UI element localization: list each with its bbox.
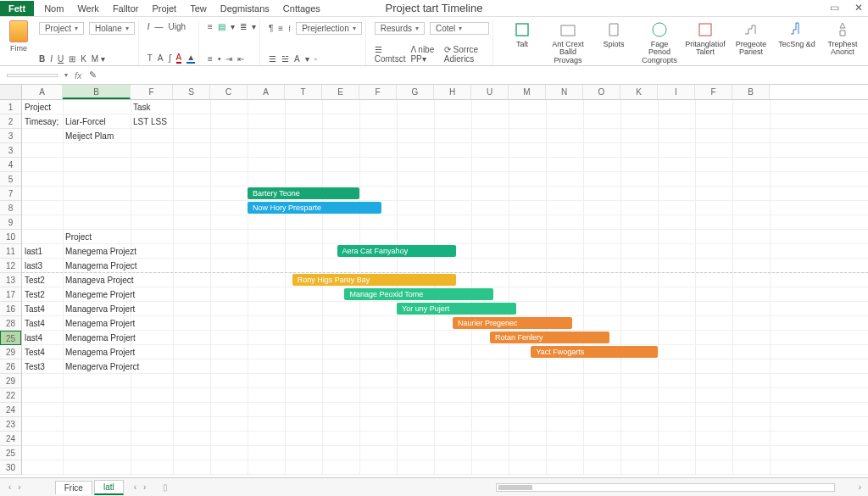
row-header[interactable]: 1 [0, 100, 21, 114]
col-header[interactable]: I [658, 85, 695, 99]
tab-prev-icon[interactable]: ‹ [134, 482, 136, 492]
ribbon-btn-3[interactable]: Fage Penod Congropts [639, 20, 680, 65]
cell[interactable]: Manageva Project [63, 273, 156, 287]
select-all-corner[interactable] [0, 85, 22, 99]
row1-icon[interactable]: ☰ [269, 54, 276, 64]
horizontal-scrollbar[interactable] [496, 483, 835, 492]
cell[interactable]: Manegema Projezt [63, 244, 156, 259]
sigma-icon[interactable]: ʃ [169, 53, 171, 63]
row-header[interactable]: 12 [0, 259, 21, 273]
menu-degmistans[interactable]: Degmistans [220, 3, 270, 14]
name-box[interactable] [7, 74, 58, 77]
fx-icon[interactable]: fx [75, 70, 82, 81]
gantt-bar[interactable]: Rony Higs Parey Bay [292, 274, 457, 286]
font-color-icon[interactable]: A [176, 53, 182, 64]
row-header[interactable]: 30 [0, 460, 21, 475]
row4-icon[interactable]: ◦ [314, 54, 318, 64]
row-header[interactable]: 24 [0, 432, 21, 446]
row-header[interactable]: 11 [0, 244, 21, 259]
border-icon[interactable]: ⊞ [69, 54, 75, 64]
strike-icon[interactable]: K [81, 54, 86, 64]
col-header[interactable]: O [583, 85, 620, 99]
row2-icon[interactable]: ☱ [281, 54, 289, 64]
cell[interactable]: Menagerva Projerct [63, 359, 156, 374]
contact-icon[interactable]: ☰ Comtsct [375, 45, 406, 64]
cell[interactable]: Menagerna Projert [63, 331, 156, 345]
gantt-bar[interactable]: Yact Fwogarts [531, 346, 658, 358]
list-icon[interactable]: ≡ [278, 24, 283, 33]
gantt-bar[interactable]: Now Hory Presparte [248, 202, 381, 214]
cell[interactable]: LST LSS [131, 114, 198, 129]
row-header[interactable]: 4 [0, 158, 21, 172]
ribbon-btn-0[interactable]: Talt [502, 20, 542, 65]
cell[interactable]: Project [63, 230, 156, 244]
gantt-bar[interactable]: Naurier Pregenec [453, 317, 572, 329]
col-header[interactable]: M [509, 85, 546, 99]
cell[interactable]: Managerva Projert [63, 302, 156, 316]
row-header[interactable]: 28 [0, 316, 21, 331]
cell[interactable]: Meiject Plam [63, 129, 156, 143]
app-button[interactable]: Fett [0, 1, 34, 16]
col-header[interactable]: A [248, 85, 285, 99]
col-header[interactable]: E [322, 85, 359, 99]
col-header[interactable]: B [732, 85, 770, 99]
row-header[interactable]: 7 [0, 187, 21, 201]
window-close-icon[interactable]: ✕ [854, 2, 863, 14]
more-icon[interactable]: M ▾ [92, 54, 105, 64]
tab-next-icon[interactable]: › [143, 482, 146, 492]
italic2-icon[interactable]: I [147, 22, 150, 31]
row-header[interactable]: 9 [0, 215, 21, 230]
align2-icon[interactable]: ≣ [240, 22, 247, 31]
sheet-next-icon[interactable]: › [18, 482, 20, 492]
row-header[interactable]: 16 [0, 302, 21, 316]
gantt-bar[interactable]: Rotan Fenlery [490, 332, 609, 343]
menu-werk[interactable]: Werk [77, 3, 98, 14]
cell[interactable]: Menagema Projert [63, 345, 156, 359]
row-header[interactable]: 29 [0, 345, 21, 359]
col-header[interactable]: F [131, 85, 173, 99]
nibe-icon[interactable]: Λ nibe PP▾ [410, 45, 438, 64]
a-icon[interactable]: A [158, 53, 164, 63]
row-header[interactable]: 17 [0, 287, 21, 302]
col-header[interactable]: T [285, 85, 322, 99]
align-center-icon[interactable]: ≡ [208, 54, 213, 64]
bullet-icon[interactable]: • [218, 54, 221, 64]
scroll-right-icon[interactable]: › [852, 482, 868, 492]
fill-color-icon[interactable]: ▲ [186, 53, 195, 64]
cell[interactable]: Managerna Project [63, 259, 156, 273]
row-header[interactable]: 25 [0, 331, 21, 345]
col-header[interactable]: F [695, 85, 732, 99]
col-header[interactable]: C [210, 85, 248, 99]
row-header[interactable]: 3 [0, 129, 21, 143]
menu-cnttages[interactable]: Cnttages [283, 3, 320, 14]
col-header[interactable]: G [397, 85, 434, 99]
align-left-icon[interactable]: ≡ [208, 22, 213, 31]
ribbon-btn-5[interactable]: Pregeote Pariest [731, 20, 771, 65]
source-icon[interactable]: ⟳ Sorrce Adierics [444, 45, 489, 64]
col-header[interactable]: U [471, 85, 509, 99]
italic-icon[interactable]: I [50, 54, 53, 64]
bold-icon[interactable]: B [39, 54, 45, 64]
t-icon[interactable]: T [147, 53, 153, 63]
underline-icon[interactable]: U [58, 54, 64, 64]
ribbon-btn-1[interactable]: Ant Crext Balld Provags [548, 20, 588, 65]
ribbon-btn-7[interactable]: Trephest Anorict [822, 20, 863, 65]
col-header[interactable]: K [620, 85, 658, 99]
sheet-prev-icon[interactable]: ‹ [8, 482, 11, 492]
cell[interactable]: Menagema Projert [63, 316, 156, 331]
cotel-select[interactable]: Cotel▾ [430, 22, 489, 35]
gantt-bar[interactable]: Manage Peoxid Tome [344, 288, 493, 300]
row-header[interactable]: 5 [0, 172, 21, 187]
col-header[interactable]: H [434, 85, 471, 99]
cell-grid[interactable]: ProjectTaskTimesay;Liar-ForcelLST LSSMei… [22, 100, 868, 475]
row-header[interactable]: 2 [0, 114, 21, 129]
cell[interactable]: Manegeme Projert [63, 287, 156, 302]
namebox-chevron-icon[interactable]: ▾ [64, 71, 68, 79]
col-header[interactable]: A [22, 85, 63, 99]
row-header[interactable]: 8 [0, 201, 21, 215]
doc-icon[interactable]: ▤ [218, 22, 225, 31]
brush-icon[interactable]: ✎ [89, 70, 97, 81]
sheet-tab[interactable]: latl [94, 480, 124, 495]
perf-select[interactable]: Prejerlection▾ [296, 22, 362, 35]
col-header[interactable]: B [63, 85, 131, 99]
